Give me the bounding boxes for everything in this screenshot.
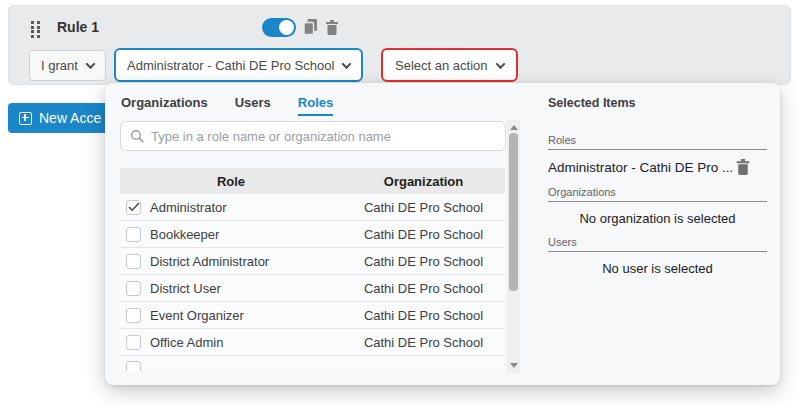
selected-roles-label: Roles <box>548 134 767 150</box>
row-checkbox[interactable] <box>126 308 141 323</box>
selected-items-panel: Selected Items Roles Administrator - Cat… <box>548 83 767 283</box>
row-checkbox[interactable] <box>126 361 141 372</box>
grant-dropdown[interactable]: I grant <box>29 50 106 81</box>
chevron-down-icon <box>342 59 352 69</box>
action-dropdown[interactable]: Select an action <box>381 48 518 82</box>
selected-items-title: Selected Items <box>548 96 767 110</box>
row-checkbox[interactable] <box>126 254 141 269</box>
table-row[interactable]: Bookkeeper Cathi DE Pro School <box>120 221 505 248</box>
new-access-rule-button[interactable]: New Acce <box>8 103 112 133</box>
list-scrollbar[interactable] <box>507 120 520 373</box>
delete-rule-icon[interactable] <box>322 17 342 37</box>
row-checkbox[interactable] <box>126 281 141 296</box>
selected-users-label: Users <box>548 236 767 252</box>
roles-table: Role Organization Administrator Cathi DE… <box>120 168 505 371</box>
scroll-up-icon[interactable] <box>510 125 518 130</box>
row-checkbox[interactable] <box>126 335 141 350</box>
rule-title: Rule 1 <box>57 19 99 35</box>
table-row[interactable]: Event Organizer Cathi DE Pro School <box>120 302 505 329</box>
users-empty-message: No user is selected <box>548 261 767 276</box>
copy-rule-icon[interactable] <box>300 17 320 37</box>
remove-selected-role-icon[interactable] <box>735 158 751 176</box>
rule-card: Rule 1 I grant Administrator - Cathi DE … <box>8 5 791 85</box>
selected-role-item: Administrator - Cathi DE Pro ... <box>548 158 767 176</box>
plus-square-icon <box>19 112 32 125</box>
action-dropdown-placeholder: Select an action <box>395 58 488 73</box>
selected-organizations-label: Organizations <box>548 186 767 202</box>
search-icon <box>130 129 144 143</box>
new-access-rule-label: New Acce <box>39 110 101 126</box>
organizations-empty-message: No organization is selected <box>548 211 767 226</box>
role-dropdown-value: Administrator - Cathi DE Pro School <box>127 58 334 73</box>
row-checkbox-checked[interactable] <box>126 200 141 215</box>
tab-roles[interactable]: Roles <box>298 95 333 116</box>
table-row-partial[interactable] <box>120 356 505 370</box>
column-header-organization: Organization <box>342 174 505 189</box>
table-row[interactable]: Administrator Cathi DE Pro School <box>120 194 505 221</box>
rule-enabled-toggle[interactable] <box>262 18 296 37</box>
role-dropdown[interactable]: Administrator - Cathi DE Pro School <box>114 48 363 82</box>
search-input[interactable] <box>151 129 496 144</box>
column-header-role: Role <box>120 174 342 189</box>
table-row[interactable]: District Administrator Cathi DE Pro Scho… <box>120 248 505 275</box>
search-box <box>120 121 506 151</box>
row-checkbox[interactable] <box>126 227 141 242</box>
chevron-down-icon <box>85 59 95 69</box>
role-picker-panel: Organizations Users Roles Role Organizat… <box>105 83 780 385</box>
tab-organizations[interactable]: Organizations <box>121 95 208 116</box>
scroll-down-icon[interactable] <box>510 363 518 368</box>
picker-tabs: Organizations Users Roles <box>121 95 333 116</box>
grant-dropdown-label: I grant <box>41 58 78 73</box>
table-header: Role Organization <box>120 168 505 194</box>
scrollbar-thumb[interactable] <box>509 133 518 291</box>
selected-role-text: Administrator - Cathi DE Pro ... <box>548 160 733 175</box>
table-row[interactable]: District User Cathi DE Pro School <box>120 275 505 302</box>
table-body: Administrator Cathi DE Pro School Bookke… <box>120 194 505 371</box>
chevron-down-icon <box>495 59 505 69</box>
tab-users[interactable]: Users <box>235 95 271 116</box>
drag-handle-icon[interactable] <box>31 21 42 38</box>
